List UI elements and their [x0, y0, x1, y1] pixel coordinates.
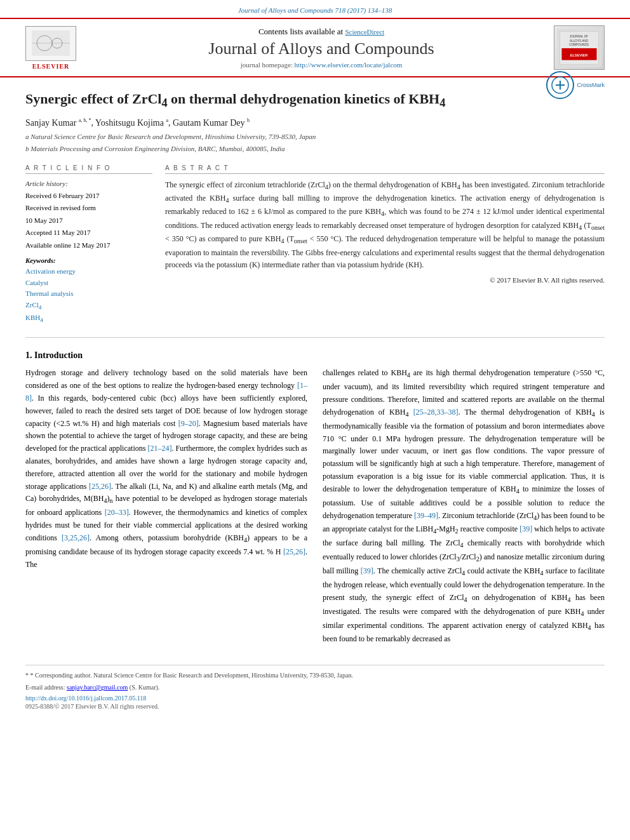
ref-21-24[interactable]: [21–24] — [147, 444, 171, 453]
received-date: Received 6 February 2017 — [25, 191, 152, 201]
keyword-5: KBH4 — [25, 312, 152, 325]
header-center: Contents lists available at ScienceDirec… — [89, 27, 554, 69]
info-abstract-section: A R T I C L E I N F O Article history: R… — [25, 164, 605, 325]
email-line: E-mail address: sanjay.barc@gmail.com (S… — [25, 683, 605, 692]
corresponding-author-note: * * Corresponding author. Natural Scienc… — [25, 670, 605, 680]
elsevier-box-graphic — [25, 26, 76, 61]
main-content: CrossMark Synergic effect of ZrCl4 on th… — [0, 77, 630, 723]
abstract-header: A B S T R A C T — [165, 164, 605, 174]
article-info-col: A R T I C L E I N F O Article history: R… — [25, 164, 152, 325]
copyright-text: © 2017 Elsevier B.V. All rights reserved… — [165, 275, 605, 286]
history-label: Article history: — [25, 179, 152, 189]
ref-25-26b[interactable]: [25,26] — [283, 547, 305, 556]
section-divider — [25, 337, 605, 338]
keywords-title: Keywords: — [25, 257, 152, 264]
ref-25-28-33-38[interactable]: [25–28,33–38] — [413, 408, 459, 417]
author-email[interactable]: sanjay.barc@gmail.com — [67, 684, 128, 691]
contents-label: Contents lists available at — [258, 27, 343, 36]
accepted-date: Accepted 11 May 2017 — [25, 228, 152, 237]
intro-col-left: Hydrogen storage and delivery technology… — [25, 367, 307, 646]
available-date: Available online 12 May 2017 — [25, 241, 152, 250]
journal-thumbnail: JOURNAL OF ALLOYS AND COMPOUNDS ELSEVIER — [554, 25, 605, 70]
journal-homepage: journal homepage: http://www.elsevier.co… — [89, 61, 554, 69]
svg-text:ALLOYS AND: ALLOYS AND — [570, 39, 589, 42]
abstract-text: The synergic effect of zirconium tetrach… — [165, 179, 605, 286]
doi-line[interactable]: http://dx.doi.org/10.1016/j.jallcom.2017… — [25, 695, 605, 702]
keyword-3: Thermal analysis — [25, 288, 152, 300]
intro-body-cols: Hydrogen storage and delivery technology… — [25, 367, 605, 646]
ref-25-26[interactable]: [25,26] — [89, 482, 111, 491]
intro-title: 1. Introduction — [25, 350, 605, 361]
issn-line: 0925-8388/© 2017 Elsevier B.V. All right… — [25, 703, 605, 710]
keyword-2: Catalyst — [25, 277, 152, 289]
svg-text:JOURNAL OF: JOURNAL OF — [570, 35, 588, 38]
header-main: ELSEVIER Contents lists available at Sci… — [0, 19, 630, 77]
intro-text-right: challenges related to KBH4 are its high … — [323, 367, 605, 646]
homepage-url[interactable]: http://www.elsevier.com/locate/jalcom — [295, 61, 403, 69]
sciencedirect-line: Contents lists available at ScienceDirec… — [89, 27, 554, 37]
journal-ref: Journal of Alloys and Compounds 718 (201… — [238, 6, 392, 14]
journal-title: Journal of Alloys and Compounds — [89, 39, 554, 58]
affiliation-a: a Natural Science Centre for Basic Resea… — [25, 132, 605, 142]
ref-1-8[interactable]: [1–8] — [25, 381, 307, 403]
revised-label: Received in revised form — [25, 203, 152, 213]
svg-text:ELSEVIER: ELSEVIER — [570, 53, 588, 57]
crossmark-badge[interactable]: CrossMark — [546, 71, 605, 99]
elsevier-logo: ELSEVIER — [13, 26, 89, 70]
ref-39b[interactable]: [39] — [361, 566, 373, 575]
ref-3-25-26[interactable]: [3,25,26] — [62, 533, 90, 542]
ref-39[interactable]: [39] — [519, 524, 532, 533]
intro-col-right: challenges related to KBH4 are its high … — [323, 367, 605, 646]
article-info-header: A R T I C L E I N F O — [25, 164, 152, 174]
abstract-col: A B S T R A C T The synergic effect of z… — [165, 164, 605, 325]
intro-text-left: Hydrogen storage and delivery technology… — [25, 367, 307, 571]
keyword-1: Activation energy — [25, 266, 152, 277]
revised-date: 10 May 2017 — [25, 216, 152, 225]
introduction-section: 1. Introduction Hydrogen storage and del… — [25, 350, 605, 646]
footnotes: * * Corresponding author. Natural Scienc… — [25, 665, 605, 710]
crossmark-label: CrossMark — [577, 82, 605, 88]
keywords-list: Activation energy Catalyst Thermal analy… — [25, 266, 152, 325]
svg-text:COMPOUNDS: COMPOUNDS — [569, 43, 589, 46]
homepage-label: journal homepage: — [241, 61, 293, 69]
affiliation-b: b Materials Processing and Corrosion Eng… — [25, 144, 605, 154]
ref-20-33[interactable]: [20–33] — [105, 508, 129, 517]
ref-9-20[interactable]: [9–20] — [178, 419, 199, 428]
keyword-4: ZrCl4 — [25, 300, 152, 312]
elsevier-wordmark: ELSEVIER — [32, 63, 70, 70]
sciencedirect-link[interactable]: ScienceDirect — [345, 28, 384, 36]
header-left: ELSEVIER — [13, 26, 89, 70]
article-title: Synergic effect of ZrCl4 on thermal dehy… — [25, 90, 605, 111]
ref-39-49[interactable]: [39–49] — [414, 511, 438, 520]
authors-line: Sanjay Kumar a, b, *, Yoshitsugu Kojima … — [25, 117, 605, 128]
journal-header: Journal of Alloys and Compounds 718 (201… — [0, 0, 630, 19]
header-right: JOURNAL OF ALLOYS AND COMPOUNDS ELSEVIER — [554, 25, 617, 70]
